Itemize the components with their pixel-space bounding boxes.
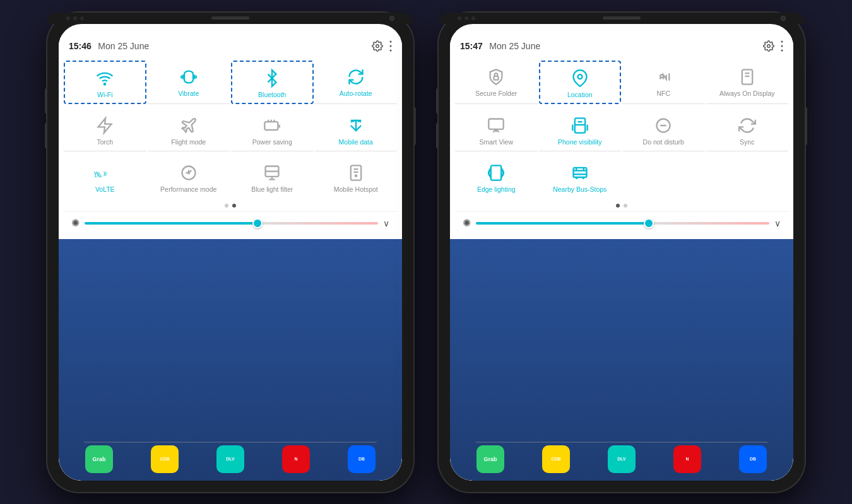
gear-icon[interactable]	[372, 40, 383, 52]
sensor-dot-6	[471, 16, 475, 20]
dock-netflix-2[interactable]: N	[673, 445, 701, 473]
brightness-row-2[interactable]: ✺ ∨	[455, 211, 788, 234]
securefolder-tile-label: Secure Folder	[475, 90, 517, 98]
page-dots-1	[64, 200, 397, 211]
tile-securefolder[interactable]: Secure Folder	[455, 61, 538, 105]
autorotate-tile-icon	[346, 67, 366, 87]
tiles-row3-phone1: Vo )) LTE VoLTE	[64, 154, 397, 201]
svg-point-4	[104, 83, 105, 85]
nearbybusstops-tile-label: Nearby Bus-Stops	[553, 185, 606, 194]
phone-top-bar-1	[47, 13, 413, 24]
dock-dropbox-2[interactable]: DB	[739, 445, 767, 473]
svg-text:LTE: LTE	[95, 173, 102, 178]
phone-sensors-2	[458, 16, 475, 20]
tile-donotdisturb[interactable]: Do not disturb	[622, 109, 705, 151]
nfc-tile-icon	[653, 67, 673, 87]
svg-point-27	[767, 44, 771, 47]
vibrate-tile-icon	[179, 67, 199, 87]
brightness-slider-2[interactable]	[476, 222, 769, 225]
smartview-tile-label: Smart View	[480, 138, 514, 147]
volume-down-button[interactable]	[45, 123, 47, 148]
tile-smartview[interactable]: Smart View	[455, 109, 538, 151]
page-dot-2-1	[616, 204, 620, 208]
svg-rect-42	[491, 165, 501, 180]
dock-netflix[interactable]: N	[282, 445, 310, 473]
tile-bluelightfilter[interactable]: Blue light filter	[231, 156, 314, 198]
brightness-sun-icon: ✺	[71, 217, 80, 229]
dock-grab[interactable]: Grab	[85, 445, 113, 473]
power-button-2[interactable]	[805, 107, 807, 145]
volume-up-button[interactable]	[45, 88, 47, 114]
flightmode-tile-label: Flight mode	[171, 138, 206, 147]
brightness-row-1[interactable]: ✺ ∨	[64, 211, 397, 234]
securefolder-tile-icon	[486, 67, 506, 87]
tiles-row2-phone2: Smart View Pho	[455, 107, 788, 154]
svg-rect-10	[265, 122, 278, 130]
tile-wifi[interactable]: Wi-Fi	[64, 61, 146, 105]
svg-rect-43	[573, 168, 586, 177]
home-screen-1: Grab CDB DLV N DB	[59, 239, 402, 480]
bluelightfilter-tile-icon	[262, 163, 282, 183]
gear-icon-2[interactable]	[763, 40, 774, 52]
tile-location[interactable]: Location	[539, 61, 622, 105]
page-dot-2-2	[624, 204, 627, 208]
wifi-tile-icon	[95, 68, 115, 88]
bluetooth-tile-icon	[262, 68, 282, 88]
location-tile-icon	[570, 68, 590, 88]
torch-tile-icon	[95, 115, 115, 136]
tile-sync[interactable]: Sync	[706, 109, 789, 151]
sensor-dot-2	[73, 16, 77, 20]
more-icon-2[interactable]	[781, 40, 783, 52]
status-left-2: 15:47 Mon 25 June	[460, 40, 540, 52]
volume-up-button-2[interactable]	[436, 88, 439, 114]
tile-nfc[interactable]: NFC	[622, 61, 705, 105]
tile-mobilehotspot[interactable]: Mobile Hotspot	[315, 156, 398, 198]
sensor-dot-3	[80, 16, 84, 20]
tile-nearbybusstops[interactable]: Nearby Bus-Stops	[539, 156, 622, 198]
status-bar-1: 15:46 Mon 25 June	[59, 35, 402, 54]
svg-point-28	[781, 40, 783, 42]
brightness-expand-icon[interactable]: ∨	[383, 218, 389, 228]
status-icons-1	[372, 40, 392, 52]
dock-deliveroo[interactable]: DLV	[216, 445, 244, 473]
tile-edgelighting[interactable]: Edge lighting	[455, 156, 538, 198]
tile-volte[interactable]: Vo )) LTE VoLTE	[64, 156, 146, 198]
svg-point-3	[390, 49, 392, 51]
brightness-slider-1[interactable]	[85, 222, 378, 225]
bluelightfilter-tile-label: Blue light filter	[251, 185, 293, 194]
dock-dropbox[interactable]: DB	[348, 445, 376, 473]
tile-phonevisibility[interactable]: Phone visibility	[539, 109, 622, 151]
tile-bluetooth[interactable]: Bluetooth	[231, 61, 314, 105]
tile-performancemode[interactable]: Performance mode	[148, 156, 230, 198]
phone-camera-1	[389, 16, 394, 21]
tile-mobiledata[interactable]: Mobile data	[315, 109, 398, 151]
tile-torch[interactable]: Torch	[64, 109, 146, 151]
more-icon[interactable]	[389, 40, 392, 52]
phone-speaker-2	[603, 16, 641, 20]
volume-down-button-2[interactable]	[436, 123, 439, 148]
mobilehotspot-tile-label: Mobile Hotspot	[334, 185, 378, 194]
donotdisturb-tile-icon	[653, 115, 673, 136]
autorotate-tile-label: Auto-rotate	[340, 90, 372, 98]
dock-comfortdelgro-2[interactable]: CDB	[542, 445, 570, 473]
tile-powersaving[interactable]: Power saving	[231, 109, 314, 151]
brightness-expand-icon-2[interactable]: ∨	[774, 218, 781, 228]
tile-vibrate[interactable]: Vibrate	[148, 61, 230, 105]
svg-rect-37	[489, 119, 504, 129]
sensor-dot-1	[66, 16, 70, 20]
status-icons-2	[763, 40, 783, 52]
tile-flightmode[interactable]: Flight mode	[148, 109, 230, 151]
phone-1: 15:46 Mon 25 June	[47, 13, 413, 492]
dock-grab-2[interactable]: Grab	[476, 445, 504, 473]
power-button[interactable]	[413, 107, 416, 145]
quick-panel-2: Secure Folder Location	[450, 54, 793, 240]
dock-deliveroo-2[interactable]: DLV	[608, 445, 636, 473]
phone-speaker-1	[211, 16, 249, 20]
dock-comfortdelgro[interactable]: CDB	[151, 445, 179, 473]
screen-content-1: 15:46 Mon 25 June	[59, 35, 402, 481]
tile-alwaysondisplay[interactable]: Always On Display	[706, 61, 789, 105]
tile-autorotate[interactable]: Auto-rotate	[315, 61, 398, 105]
performancemode-tile-icon	[179, 163, 199, 183]
brightness-sun-icon-2: ✺	[463, 217, 471, 229]
svg-point-30	[781, 49, 783, 51]
